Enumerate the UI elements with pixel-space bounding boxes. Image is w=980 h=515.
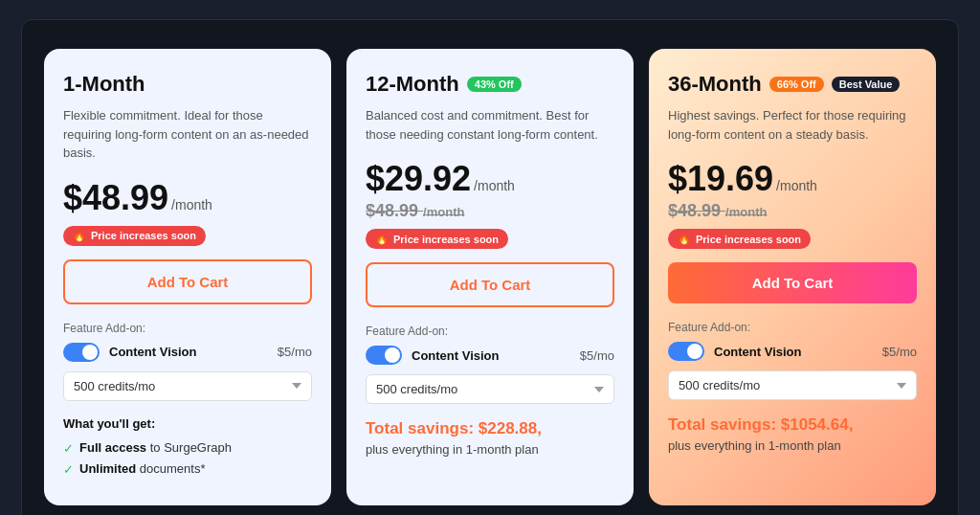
feature-row-36month: Content Vision $5/mo bbox=[668, 342, 917, 361]
content-vision-toggle-36month[interactable] bbox=[668, 342, 704, 361]
card-header-36month: 36-Month 66% Off Best Value bbox=[668, 72, 917, 97]
include-item-2: ✓ Unlimited documents* bbox=[63, 461, 312, 477]
content-vision-toggle-12month[interactable] bbox=[366, 346, 402, 365]
include-item-1: ✓ Full access to SurgeGraph bbox=[63, 440, 312, 456]
add-to-cart-1month[interactable]: Add To Cart bbox=[63, 259, 312, 304]
card-12-month: 12-Month 43% Off Balanced cost and commi… bbox=[346, 49, 634, 505]
feature-addon-label-36month: Feature Add-on: bbox=[668, 321, 917, 334]
feature-name-36month: Content Vision bbox=[714, 345, 873, 359]
price-increases-badge-1month: 🔥 Price increases soon bbox=[63, 226, 206, 246]
total-savings-12month: Total savings: $228.88, bbox=[366, 419, 614, 438]
feature-row-1month: Content Vision $5/mo bbox=[63, 343, 312, 362]
card-header-12month: 12-Month 43% Off bbox=[366, 72, 614, 97]
credits-dropdown-36month[interactable]: 500 credits/mo 1000 credits/mo 2000 cred… bbox=[668, 370, 917, 400]
cards-container: 1-Month Flexible commitment. Ideal for t… bbox=[41, 49, 939, 505]
card-desc-1month: Flexible commitment. Ideal for those req… bbox=[63, 106, 312, 163]
content-vision-toggle-1month[interactable] bbox=[63, 343, 100, 362]
price-new-12month: $29.92 /month bbox=[366, 159, 614, 199]
savings-note-36month: plus everything in 1-month plan bbox=[668, 438, 917, 453]
feature-name-1month: Content Vision bbox=[109, 345, 268, 359]
feature-name-12month: Content Vision bbox=[412, 348, 570, 363]
add-to-cart-36month[interactable]: Add To Cart bbox=[668, 262, 917, 303]
price-increases-badge-36month: 🔥 Price increases soon bbox=[668, 229, 811, 249]
credits-dropdown-1month[interactable]: 500 credits/mo 1000 credits/mo 2000 cred… bbox=[63, 371, 312, 401]
feature-addon-label-12month: Feature Add-on: bbox=[366, 325, 614, 338]
credits-dropdown-12month[interactable]: 500 credits/mo 1000 credits/mo 2000 cred… bbox=[366, 374, 614, 404]
badge-66off: 66% Off bbox=[769, 77, 824, 92]
card-desc-36month: Highest savings. Perfect for those requi… bbox=[668, 106, 917, 144]
card-title-1month: 1-Month bbox=[63, 72, 145, 97]
price-new-36month: $19.69 /month bbox=[668, 159, 917, 199]
card-title-36month: 36-Month bbox=[668, 72, 762, 97]
card-1-month: 1-Month Flexible commitment. Ideal for t… bbox=[44, 49, 331, 505]
check-icon-2: ✓ bbox=[63, 462, 74, 477]
price-old-36month: $48.99 /month bbox=[668, 201, 917, 221]
price-new-1month: $48.99 /month bbox=[63, 178, 312, 218]
price-old-12month: $48.99 /month bbox=[366, 201, 614, 221]
card-desc-12month: Balanced cost and commitment. Best for t… bbox=[366, 106, 614, 144]
check-icon-1: ✓ bbox=[63, 441, 74, 456]
feature-price-12month: $5/mo bbox=[580, 348, 614, 363]
savings-note-12month: plus everything in 1-month plan bbox=[366, 442, 614, 457]
badge-bestvalue: Best Value bbox=[832, 77, 901, 92]
whats-included-label-1month: What you'll get: bbox=[63, 416, 312, 431]
card-title-12month: 12-Month bbox=[366, 72, 459, 97]
badge-43off: 43% Off bbox=[467, 77, 522, 92]
price-increases-badge-12month: 🔥 Price increases soon bbox=[366, 229, 508, 249]
feature-addon-label-1month: Feature Add-on: bbox=[63, 322, 312, 335]
feature-price-1month: $5/mo bbox=[278, 345, 312, 359]
pricing-wrapper: 1-Month Flexible commitment. Ideal for t… bbox=[21, 19, 959, 515]
add-to-cart-12month[interactable]: Add To Cart bbox=[366, 262, 614, 307]
feature-price-36month: $5/mo bbox=[882, 345, 917, 359]
card-header-1month: 1-Month bbox=[63, 72, 312, 97]
feature-row-12month: Content Vision $5/mo bbox=[366, 346, 614, 365]
total-savings-36month: Total savings: $1054.64, bbox=[668, 415, 917, 435]
card-36-month: 36-Month 66% Off Best Value Highest savi… bbox=[649, 49, 936, 505]
